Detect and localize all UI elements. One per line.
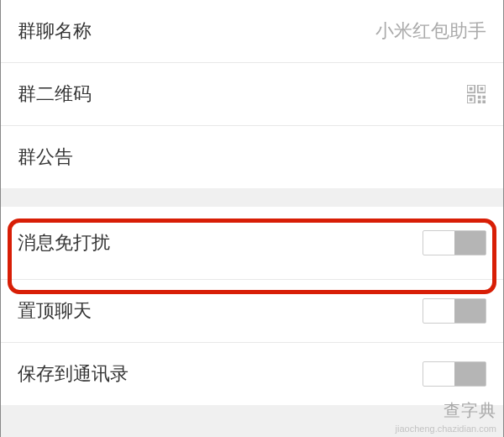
group-name-row[interactable]: 群聊名称 小米红包助手 (1, 0, 503, 63)
svg-rect-9 (482, 100, 486, 103)
toggle-slider (454, 231, 486, 255)
save-contacts-row[interactable]: 保存到通讯录 (1, 343, 503, 405)
pin-chat-row[interactable]: 置顶聊天 (1, 280, 503, 343)
watermark-url: jiaocheng.chazidian.com (396, 424, 496, 434)
qrcode-icon (466, 84, 486, 104)
group-qrcode-label: 群二维码 (18, 82, 92, 107)
group-announcement-row[interactable]: 群公告 (1, 126, 503, 188)
svg-rect-6 (478, 96, 481, 99)
save-contacts-label: 保存到通讯录 (18, 361, 129, 387)
save-contacts-toggle[interactable] (423, 361, 486, 387)
pin-chat-label: 置顶聊天 (18, 298, 92, 324)
toggle-slider (454, 362, 486, 386)
svg-rect-3 (480, 87, 484, 91)
section-divider (1, 188, 503, 207)
group-info-section: 群聊名称 小米红包助手 群二维码 群 (1, 0, 503, 188)
mute-notifications-label: 消息免打扰 (18, 230, 110, 255)
group-announcement-label: 群公告 (18, 145, 73, 170)
watermark-text: 查字典 (444, 399, 496, 422)
svg-rect-7 (482, 96, 486, 99)
group-name-value: 小米红包助手 (375, 18, 486, 44)
mute-notifications-toggle[interactable] (423, 230, 486, 255)
toggle-slider (454, 299, 486, 323)
svg-rect-8 (478, 100, 481, 103)
settings-container: 群聊名称 小米红包助手 群二维码 群 (0, 0, 504, 437)
svg-rect-1 (470, 87, 473, 91)
svg-rect-5 (470, 98, 473, 102)
chat-settings-section: 消息免打扰 置顶聊天 保存到通讯录 (1, 207, 503, 405)
group-qrcode-row[interactable]: 群二维码 (1, 63, 503, 126)
group-name-label: 群聊名称 (18, 18, 92, 44)
watermark: 查字典 jiaocheng.chazidian.com (396, 399, 496, 434)
pin-chat-toggle[interactable] (423, 298, 486, 324)
mute-notifications-row[interactable]: 消息免打扰 (1, 207, 503, 280)
